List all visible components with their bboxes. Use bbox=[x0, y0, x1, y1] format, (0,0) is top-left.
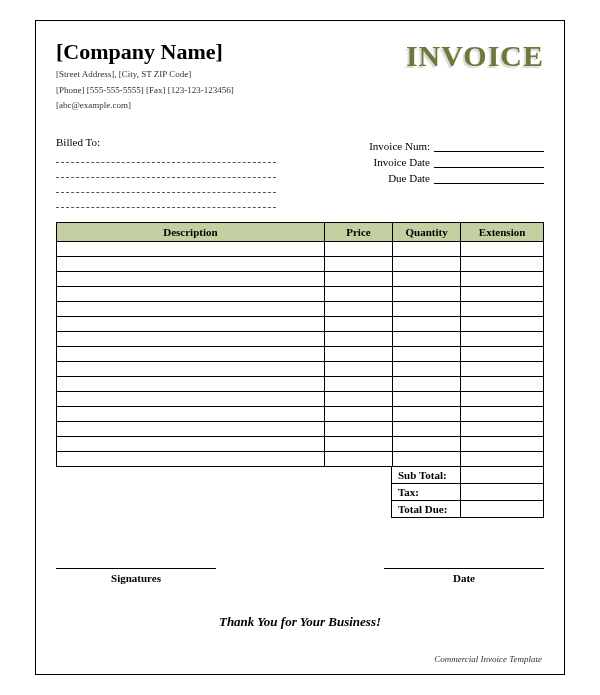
cell-extension[interactable] bbox=[461, 301, 544, 316]
cell-description[interactable] bbox=[57, 301, 325, 316]
cell-extension[interactable] bbox=[461, 256, 544, 271]
cell-description[interactable] bbox=[57, 331, 325, 346]
cell-price[interactable] bbox=[324, 256, 392, 271]
cell-extension[interactable] bbox=[461, 271, 544, 286]
cell-quantity[interactable] bbox=[393, 316, 461, 331]
total-due-value[interactable] bbox=[461, 500, 544, 517]
cell-description[interactable] bbox=[57, 286, 325, 301]
cell-extension[interactable] bbox=[461, 451, 544, 466]
billed-to-line[interactable] bbox=[56, 150, 276, 163]
cell-price[interactable] bbox=[324, 406, 392, 421]
cell-description[interactable] bbox=[57, 241, 325, 256]
signature-column: Signatures bbox=[56, 568, 216, 584]
invoice-date-field[interactable] bbox=[434, 157, 544, 168]
cell-quantity[interactable] bbox=[393, 376, 461, 391]
tax-row: Tax: bbox=[392, 483, 544, 500]
tax-label: Tax: bbox=[392, 483, 461, 500]
cell-extension[interactable] bbox=[461, 346, 544, 361]
cell-price[interactable] bbox=[324, 376, 392, 391]
cell-price[interactable] bbox=[324, 301, 392, 316]
cell-price[interactable] bbox=[324, 271, 392, 286]
company-name: Company Name bbox=[56, 39, 234, 65]
cell-description[interactable] bbox=[57, 376, 325, 391]
cell-extension[interactable] bbox=[461, 331, 544, 346]
invoice-num-field[interactable] bbox=[434, 141, 544, 152]
table-body bbox=[57, 241, 544, 466]
cell-description[interactable] bbox=[57, 436, 325, 451]
billed-to-line[interactable] bbox=[56, 180, 276, 193]
cell-price[interactable] bbox=[324, 241, 392, 256]
date-column: Date bbox=[384, 568, 544, 584]
cell-price[interactable] bbox=[324, 331, 392, 346]
cell-description[interactable] bbox=[57, 451, 325, 466]
cell-extension[interactable] bbox=[461, 376, 544, 391]
cell-quantity[interactable] bbox=[393, 421, 461, 436]
cell-description[interactable] bbox=[57, 391, 325, 406]
cell-extension[interactable] bbox=[461, 436, 544, 451]
billed-to-block: Billed To: bbox=[56, 136, 276, 208]
header: Company Name Street Address, City, ST ZI… bbox=[56, 39, 544, 112]
cell-price[interactable] bbox=[324, 421, 392, 436]
cell-price[interactable] bbox=[324, 346, 392, 361]
cell-extension[interactable] bbox=[461, 391, 544, 406]
footer-thanks: Thank You for Your Business! bbox=[56, 614, 544, 630]
tax-value[interactable] bbox=[461, 483, 544, 500]
footer-note: Commercial Invoice Template bbox=[434, 654, 542, 664]
col-extension: Extension bbox=[461, 222, 544, 241]
cell-quantity[interactable] bbox=[393, 286, 461, 301]
cell-price[interactable] bbox=[324, 391, 392, 406]
cell-extension[interactable] bbox=[461, 316, 544, 331]
table-row bbox=[57, 301, 544, 316]
invoice-date-row: Invoice Date bbox=[314, 156, 544, 168]
cell-price[interactable] bbox=[324, 451, 392, 466]
cell-extension[interactable] bbox=[461, 286, 544, 301]
cell-price[interactable] bbox=[324, 436, 392, 451]
cell-price[interactable] bbox=[324, 286, 392, 301]
cell-quantity[interactable] bbox=[393, 361, 461, 376]
cell-quantity[interactable] bbox=[393, 271, 461, 286]
cell-quantity[interactable] bbox=[393, 451, 461, 466]
cell-quantity[interactable] bbox=[393, 391, 461, 406]
cell-extension[interactable] bbox=[461, 421, 544, 436]
table-row bbox=[57, 451, 544, 466]
billed-to-line[interactable] bbox=[56, 165, 276, 178]
cell-extension[interactable] bbox=[461, 241, 544, 256]
cell-quantity[interactable] bbox=[393, 301, 461, 316]
cell-description[interactable] bbox=[57, 316, 325, 331]
cell-price[interactable] bbox=[324, 361, 392, 376]
subtotal-row: Sub Total: bbox=[392, 466, 544, 483]
company-email-line: abc@example.com bbox=[56, 99, 234, 112]
cell-description[interactable] bbox=[57, 271, 325, 286]
total-due-label: Total Due: bbox=[392, 500, 461, 517]
phone-value: 555-555-5555 bbox=[87, 85, 144, 95]
table-row bbox=[57, 376, 544, 391]
table-row bbox=[57, 286, 544, 301]
cell-extension[interactable] bbox=[461, 361, 544, 376]
cell-price[interactable] bbox=[324, 316, 392, 331]
table-row bbox=[57, 436, 544, 451]
cell-quantity[interactable] bbox=[393, 436, 461, 451]
cell-description[interactable] bbox=[57, 346, 325, 361]
cell-description[interactable] bbox=[57, 406, 325, 421]
subtotal-value[interactable] bbox=[461, 466, 544, 483]
cell-description[interactable] bbox=[57, 256, 325, 271]
billed-to-label: Billed To: bbox=[56, 136, 276, 148]
cell-quantity[interactable] bbox=[393, 406, 461, 421]
due-date-label: Due Date bbox=[388, 172, 434, 184]
cell-quantity[interactable] bbox=[393, 346, 461, 361]
cell-quantity[interactable] bbox=[393, 256, 461, 271]
company-address-line: Street Address, City, ST ZIP Code bbox=[56, 68, 234, 81]
due-date-field[interactable] bbox=[434, 173, 544, 184]
company-block: Company Name Street Address, City, ST ZI… bbox=[56, 39, 234, 112]
subtotal-label: Sub Total: bbox=[392, 466, 461, 483]
signature-label: Signatures bbox=[56, 568, 216, 584]
table-row bbox=[57, 331, 544, 346]
cell-quantity[interactable] bbox=[393, 331, 461, 346]
cell-description[interactable] bbox=[57, 421, 325, 436]
cell-extension[interactable] bbox=[461, 406, 544, 421]
billed-to-line[interactable] bbox=[56, 195, 276, 208]
cell-description[interactable] bbox=[57, 361, 325, 376]
table-row bbox=[57, 256, 544, 271]
cell-quantity[interactable] bbox=[393, 241, 461, 256]
invoice-num-label: Invoice Num: bbox=[369, 140, 434, 152]
